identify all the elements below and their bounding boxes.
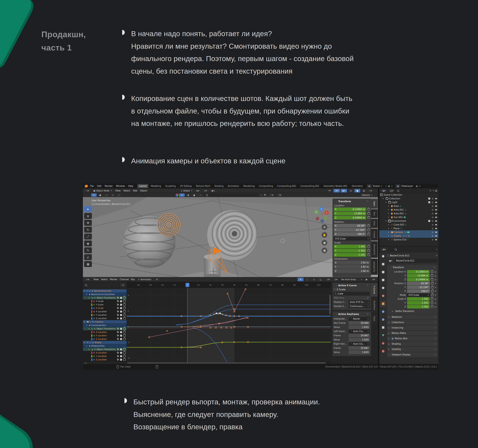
viewlayer-name[interactable]: ViewLayer bbox=[402, 185, 413, 187]
disclosure-right-icon[interactable]: ▸ bbox=[388, 235, 390, 237]
select-tool-icon[interactable]: ➤ bbox=[84, 206, 92, 212]
keyframe-dot-icon[interactable]: • bbox=[435, 282, 436, 285]
value-field[interactable]: Y2.82 m bbox=[334, 265, 370, 269]
lock-icon[interactable] bbox=[123, 355, 126, 357]
channel-row-object-transforms[interactable]: ▾◇⊙Object Transforms✓ bbox=[83, 327, 126, 330]
graph-tab-modifiers[interactable]: Modifiers bbox=[371, 298, 378, 313]
menu-object[interactable]: Object bbox=[140, 189, 147, 192]
measure-tool-icon[interactable]: ∠ bbox=[84, 254, 92, 260]
disclosure-right-icon[interactable]: ▸ bbox=[388, 212, 390, 214]
prop-value-field[interactable]: 13.894 m bbox=[407, 274, 430, 277]
value-field[interactable]: Y-12.154° bbox=[334, 228, 366, 232]
outliner-row-root[interactable]: Scene Collection bbox=[379, 193, 438, 197]
value-field[interactable]: Y13.894 m bbox=[334, 212, 366, 215]
blender-logo-icon[interactable] bbox=[85, 185, 88, 187]
prop-value-field[interactable]: -12.154° bbox=[407, 286, 430, 289]
section-visibility[interactable]: ▸Visibility⠿ bbox=[387, 347, 438, 352]
graph-tweak-icon[interactable]: ➤ bbox=[298, 278, 303, 281]
selectability-icon[interactable]: ⌖▾ bbox=[326, 189, 333, 193]
visibility-eye-icon[interactable]: ⊙ bbox=[432, 224, 434, 226]
render-visibility-icon[interactable] bbox=[435, 224, 437, 225]
section-motion-blur[interactable]: ▸✓Motion Blur⠿ bbox=[387, 336, 438, 341]
disclosure-down-icon[interactable]: ▾ bbox=[383, 198, 385, 199]
visibility-eye-icon[interactable]: ⊙ bbox=[93, 300, 95, 302]
rendered-shading-icon[interactable]: ⚬ bbox=[197, 193, 203, 197]
outliner-row-light[interactable]: ▾Light✓⊙ bbox=[379, 200, 438, 204]
channel-row-empty[interactable]: ▾+◇⊙Empty bbox=[83, 341, 126, 344]
render-visibility-icon[interactable] bbox=[435, 235, 437, 236]
filter-icon[interactable]: ▽ bbox=[430, 189, 431, 192]
properties-tab-scene[interactable] bbox=[380, 285, 386, 291]
channel-row-x-location[interactable]: ⊙X Location✓ bbox=[83, 351, 126, 355]
graph-menu-marker[interactable]: Marker bbox=[110, 278, 118, 281]
channel-enable-checkbox[interactable]: ✓ bbox=[120, 348, 122, 350]
properties-tab-tool[interactable] bbox=[380, 253, 386, 259]
properties-search-input[interactable] bbox=[393, 248, 428, 251]
fcurve-canvas[interactable]: 420-2-4 bbox=[127, 288, 331, 362]
pivot-point-icon[interactable]: ⊡▾ bbox=[333, 278, 340, 281]
outliner-row-plane[interactable]: ▸▽Plane▽⊙ bbox=[379, 227, 438, 230]
row-field[interactable]: 29.000 bbox=[349, 321, 370, 325]
lock-icon[interactable] bbox=[367, 212, 370, 215]
lock-icon[interactable] bbox=[431, 282, 434, 285]
row-dropdown[interactable]: Auto XYZ to...▾ bbox=[349, 300, 370, 304]
navigation-gizmo[interactable]: Z Y X bbox=[313, 206, 329, 223]
editor-splitter-horizontal[interactable] bbox=[379, 246, 438, 246]
visibility-eye-icon[interactable]: ⊙ bbox=[93, 352, 95, 354]
outliner-options-icon[interactable]: ▤ bbox=[435, 189, 437, 192]
menu-select[interactable]: Select bbox=[123, 189, 130, 192]
modifier-wrench-icon[interactable] bbox=[117, 348, 119, 350]
graph-editor[interactable]: ∿▾ViewSelectMarkerChannelKey∿Normalize⟳➤… bbox=[83, 277, 378, 364]
visibility-eye-icon[interactable]: ⊙ bbox=[432, 220, 434, 222]
visibility-eye-icon[interactable]: ⊙ bbox=[93, 358, 95, 361]
section-instancing[interactable]: ▸Instancing⠿ bbox=[387, 325, 438, 330]
modifier-wrench-icon[interactable] bbox=[117, 355, 119, 357]
lock-icon[interactable] bbox=[431, 275, 433, 277]
lock-icon[interactable] bbox=[367, 245, 370, 248]
menu-add[interactable]: Add bbox=[133, 189, 137, 192]
gizmo-toggle-icon[interactable]: ⟁▾ bbox=[333, 189, 340, 193]
rotation-mode-dropdown[interactable]: XYZ Euler▾ bbox=[334, 237, 370, 241]
menu-help[interactable]: Help bbox=[128, 185, 133, 187]
scale-tool-icon[interactable]: ⤢ bbox=[84, 234, 92, 240]
section-collections[interactable]: ▸Collections⠿ bbox=[387, 320, 438, 325]
n-panel-tab-view[interactable]: View bbox=[371, 219, 378, 228]
select-mode-extend-icon[interactable]: ⬚ bbox=[116, 193, 122, 197]
channel-row-beziercircle-012action[interactable]: ▾◈BezierCircle.012Action bbox=[83, 293, 126, 296]
row-dropdown[interactable]: Continuous ...▾ bbox=[349, 305, 370, 308]
value-field[interactable]: Z2.66 m bbox=[334, 269, 370, 273]
properties-tab-object-data[interactable] bbox=[380, 332, 386, 338]
modifier-wrench-icon[interactable] bbox=[117, 314, 119, 316]
channel-enable-checkbox[interactable]: ✓ bbox=[120, 317, 122, 319]
graph-tab-f-curve[interactable]: F-Curve bbox=[371, 283, 378, 297]
lock-icon[interactable] bbox=[431, 279, 433, 280]
channel-enable-checkbox[interactable]: ✓ bbox=[120, 307, 122, 309]
outliner-row-sun-001[interactable]: ▸Sun.001⊙ bbox=[379, 215, 438, 219]
value-field[interactable]: Z0.24994 m bbox=[334, 216, 366, 219]
render-visibility-icon[interactable] bbox=[435, 213, 437, 214]
visibility-eye-icon[interactable]: ⊙ bbox=[93, 304, 95, 306]
graph-menu-key[interactable]: Key bbox=[131, 278, 135, 281]
disclosure-right-icon[interactable]: ▸ bbox=[388, 216, 390, 218]
motion-blur-checkbox[interactable]: ✓ bbox=[392, 338, 394, 340]
visibility-eye-icon[interactable]: ⊙ bbox=[432, 209, 434, 211]
disclosure-right-icon[interactable]: ▸ bbox=[388, 231, 390, 233]
properties-tab-texture[interactable] bbox=[380, 348, 386, 354]
disclosure-right-icon[interactable]: ▸ bbox=[388, 227, 390, 229]
lock-icon[interactable] bbox=[431, 286, 434, 288]
n-panel-tab-blenderkit[interactable]: BlenderKit bbox=[371, 241, 378, 258]
render-visibility-icon[interactable] bbox=[435, 232, 437, 233]
lock-icon[interactable] bbox=[367, 217, 370, 219]
visibility-eye-icon[interactable]: ⊙ bbox=[93, 314, 95, 316]
keyframe-diamond-icon[interactable]: ◇ bbox=[434, 301, 436, 304]
render-visibility-icon[interactable] bbox=[435, 209, 437, 210]
transform-tool-icon[interactable]: ◉ bbox=[84, 240, 92, 246]
value-field[interactable]: X-0.12603 m bbox=[334, 207, 366, 211]
outliner-row-area-002[interactable]: ▸Area.002◇⊙ bbox=[379, 212, 438, 215]
object-type-icon[interactable]: ▣▾ bbox=[387, 259, 394, 262]
outliner-row-area-001[interactable]: ▸Area.001◇⊙ bbox=[379, 208, 438, 212]
row-field[interactable]: 1.633 bbox=[349, 325, 370, 329]
object-mode-dropdown[interactable]: ▣Object Mode▾ bbox=[93, 189, 113, 193]
move-tool-icon[interactable]: ✥ bbox=[84, 220, 92, 226]
channel-enable-checkbox[interactable]: ✓ bbox=[120, 304, 122, 306]
